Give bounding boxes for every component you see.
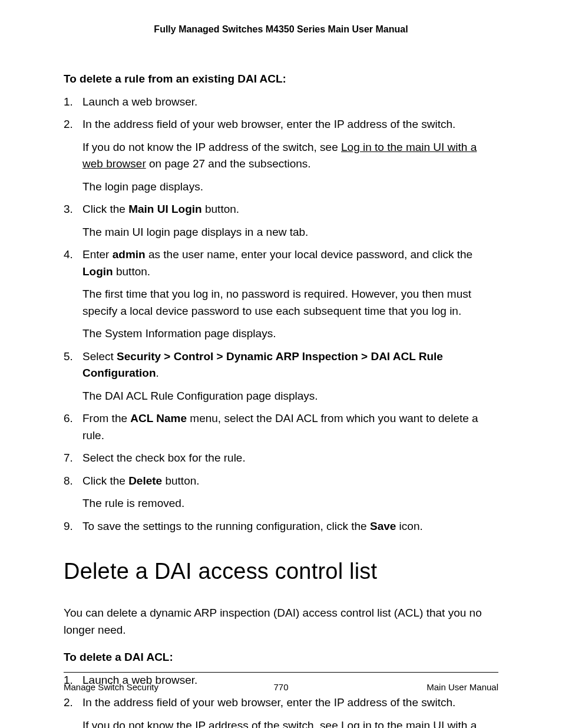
step-text: If you do not know the IP address of the…: [82, 719, 341, 729]
step-text: If you do not know the IP address of the…: [82, 141, 341, 153]
step-text: The System Information page displays.: [82, 327, 276, 340]
section2-title: Delete a DAI access control list: [64, 555, 498, 588]
section1-steps: Launch a web browser. In the address fie…: [64, 94, 498, 535]
ui-label: Delete: [128, 475, 162, 487]
step-7: Select the check box for the rule.: [64, 450, 498, 467]
step-text: button.: [162, 475, 199, 487]
step-text: icon.: [396, 520, 422, 532]
step-text: The first time that you log in, no passw…: [82, 288, 471, 317]
section2-intro: You can delete a dynamic ARP inspection …: [64, 605, 498, 638]
step-text: Click the: [82, 203, 128, 215]
step-1: Launch a web browser.: [64, 94, 498, 111]
section1-heading: To delete a rule from an existing DAI AC…: [64, 71, 498, 88]
step-8: Click the Delete button. The rule is rem…: [64, 473, 498, 512]
ui-label: Save: [370, 520, 396, 532]
ui-label: Main UI Login: [128, 203, 202, 215]
step-text: In the address field of your web browser…: [82, 696, 455, 709]
step-text: as the user name, enter your local devic…: [146, 248, 473, 261]
page-number: 770: [273, 681, 288, 694]
step-text: The DAI ACL Rule Configuration page disp…: [82, 390, 318, 402]
section2-heading: To delete a DAI ACL:: [64, 649, 498, 666]
step-text: Select: [82, 350, 117, 363]
step-text: From the: [82, 412, 130, 424]
step-5: Select Security > Control > Dynamic ARP …: [64, 348, 498, 405]
step-9: To save the settings to the running conf…: [64, 518, 498, 535]
footer-divider: [64, 672, 498, 673]
step-3: Click the Main UI Login button. The main…: [64, 201, 498, 241]
step-text: The main UI login page displays in a new…: [82, 226, 308, 238]
footer-right: Main User Manual: [427, 681, 498, 694]
footer-left: Manage Switch Security: [64, 681, 158, 694]
step-2: In the address field of your web browser…: [64, 694, 498, 728]
step-text: Enter: [82, 248, 113, 261]
step-text: button.: [202, 203, 239, 215]
step-text: .: [156, 367, 159, 379]
step-text: The login page displays.: [82, 180, 203, 193]
step-text: Select the check box for the rule.: [82, 452, 246, 464]
step-text: on page 27 and the subsections.: [146, 157, 311, 170]
step-text: Click the: [82, 475, 128, 487]
ui-nav-path: Security > Control > Dynamic ARP Inspect…: [82, 350, 443, 380]
page-footer: Manage Switch Security 770 Main User Man…: [64, 672, 498, 694]
ui-label: admin: [113, 248, 146, 261]
ui-label: ACL Name: [130, 412, 187, 424]
step-text: To save the settings to the running conf…: [82, 520, 370, 532]
step-text: button.: [113, 265, 150, 278]
step-text: In the address field of your web browser…: [82, 118, 455, 130]
doc-header: Fully Managed Switches M4350 Series Main…: [64, 22, 498, 37]
step-2: In the address field of your web browser…: [64, 116, 498, 195]
step-text: Launch a web browser.: [82, 95, 197, 108]
step-4: Enter admin as the user name, enter your…: [64, 246, 498, 342]
step-6: From the ACL Name menu, select the DAI A…: [64, 410, 498, 444]
step-text: The rule is removed.: [82, 497, 184, 509]
ui-label: Login: [82, 265, 113, 278]
